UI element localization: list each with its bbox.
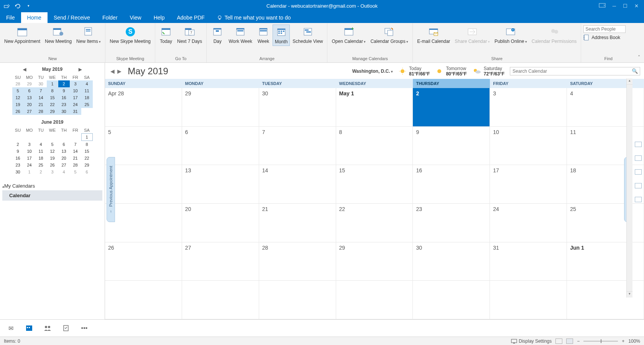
calendar-day-cell[interactable]: 19 [105,204,182,242]
minical-day[interactable]: 26 [12,108,24,115]
calendar-day-cell[interactable]: 24 [490,204,567,242]
calendar-day-cell[interactable] [490,281,567,319]
open-calendar-button[interactable]: + Open Calendar [330,25,368,45]
peek-schedule-icon[interactable] [635,197,642,202]
minical-day[interactable]: 15 [47,94,58,101]
work-week-button[interactable]: Work Week [227,25,254,45]
minical-day[interactable]: 2 [58,80,70,87]
minical-day[interactable]: 1 [47,80,58,87]
calendar-day-cell[interactable]: 27 [182,242,259,281]
calendar-day-cell[interactable]: 7 [259,127,336,165]
minical-day[interactable]: 11 [81,87,93,94]
minical-day[interactable]: 9 [12,148,24,155]
minical-day[interactable]: 14 [70,148,81,155]
minical-day[interactable]: 23 [58,101,70,108]
peek-workweek-icon[interactable] [635,155,642,161]
calendar-day-cell[interactable]: 30 [413,242,490,281]
calendar-day-cell[interactable]: 16 [413,165,490,204]
peek-month-icon[interactable] [635,183,642,188]
minical-day[interactable]: 7 [35,87,47,94]
reading-view-icon[interactable] [566,338,573,344]
minical-day[interactable]: 26 [47,162,58,168]
my-calendars-header[interactable]: My Calendars [2,181,102,190]
tab-file[interactable]: File [0,12,21,23]
close-icon[interactable]: ✕ [634,3,639,9]
minical-day[interactable]: 4 [58,168,70,175]
normal-view-icon[interactable] [555,338,562,344]
minical-day[interactable]: 12 [47,148,58,155]
minical-day[interactable]: 22 [81,155,93,162]
minical-day[interactable]: 1 [81,133,93,141]
minical-day[interactable]: 8 [47,87,58,94]
minical-day[interactable]: 15 [81,148,93,155]
minimize-icon[interactable]: ─ [613,3,616,9]
calendar-day-cell[interactable]: 31 [490,242,567,281]
calendar-day-cell[interactable]: 5 [105,127,182,165]
calendar-day-cell[interactable]: 3 [490,88,567,127]
minical-day[interactable]: 8 [81,141,93,148]
maximize-icon[interactable]: ☐ [623,3,628,9]
minical-day[interactable]: 24 [70,101,81,108]
calendar-day-cell[interactable]: 28 [259,242,336,281]
minical-day[interactable]: 13 [24,94,35,101]
minical-day[interactable]: 5 [47,141,58,148]
calendar-day-cell[interactable]: 22 [336,204,413,242]
tab-home[interactable]: Home [21,12,48,23]
minical-day[interactable]: 2 [12,141,24,148]
minical-day[interactable]: 6 [58,141,70,148]
publish-online-button[interactable]: Publish Online [493,25,529,45]
minical-day[interactable]: 16 [58,94,70,101]
calendar-day-cell[interactable]: Apr 28 [105,88,182,127]
minical-day[interactable]: 6 [24,87,35,94]
calendar-day-cell[interactable]: 12 [105,165,182,204]
skype-meeting-button[interactable]: S New Skype Meeting [108,25,153,45]
ribbon-options-icon[interactable] [599,3,606,9]
minical-day[interactable]: 1 [24,168,35,175]
tab-folder[interactable]: Folder [96,12,124,23]
minical-day[interactable]: 18 [81,94,93,101]
calendar-next-icon[interactable]: ▶ [117,68,122,74]
tasks-nav-icon[interactable] [62,324,70,332]
minical-day[interactable]: 29 [47,108,58,115]
minical-day[interactable]: 27 [58,162,70,168]
minical-day[interactable]: 29 [81,162,93,168]
minical-day[interactable]: 13 [58,148,70,155]
search-icon[interactable]: 🔍 [632,68,638,74]
minical-day[interactable]: 20 [58,155,70,162]
calendar-day-cell[interactable] [182,281,259,319]
weather-location[interactable]: Washington, D.C. [352,69,393,74]
calendar-groups-button[interactable]: Calendar Groups [368,25,410,45]
minical-day[interactable]: 28 [12,80,24,87]
email-calendar-button[interactable]: E-mail Calendar [415,25,452,45]
minical-day[interactable]: 29 [24,80,35,87]
minical-prev-icon[interactable]: ◀ [21,67,28,72]
calendar-day-cell[interactable]: 15 [336,165,413,204]
minical-day[interactable]: 24 [24,162,35,168]
next-7-days-button[interactable]: 7 Next 7 Days [175,25,204,45]
minical-day[interactable]: 9 [58,87,70,94]
calendar-nav-icon[interactable] [25,324,33,332]
minical-day[interactable]: 11 [35,148,47,155]
minical-day[interactable]: 2 [35,168,47,175]
new-meeting-button[interactable]: New Meeting [43,25,74,45]
minical-day[interactable]: 6 [81,168,93,175]
minical-next-icon[interactable]: ▶ [77,67,83,72]
calendar-day-cell[interactable]: 2 [413,88,490,127]
previous-appointment-tab[interactable]: →Previous Appointment [107,157,115,222]
mail-nav-icon[interactable]: ✉ [7,324,15,332]
calendar-day-cell[interactable]: May 1 [336,88,413,127]
today-button[interactable]: Today [158,25,174,45]
calendar-day-cell[interactable]: 20 [182,204,259,242]
people-nav-icon[interactable] [44,324,51,332]
calendar-day-cell[interactable]: 29 [336,242,413,281]
calendar-day-cell[interactable]: 23 [413,204,490,242]
minical-day[interactable]: 30 [58,108,70,115]
minical-day[interactable]: 3 [70,80,81,87]
minical-day[interactable]: 3 [24,141,35,148]
schedule-view-button[interactable]: Schedule View [291,25,325,45]
search-people-input[interactable] [583,25,626,33]
minical-day[interactable]: 23 [12,162,24,168]
minical-day[interactable]: 21 [35,101,47,108]
new-appointment-button[interactable]: New Appointment [2,25,42,45]
weather-today[interactable]: Today81°F/66°F [398,66,430,77]
